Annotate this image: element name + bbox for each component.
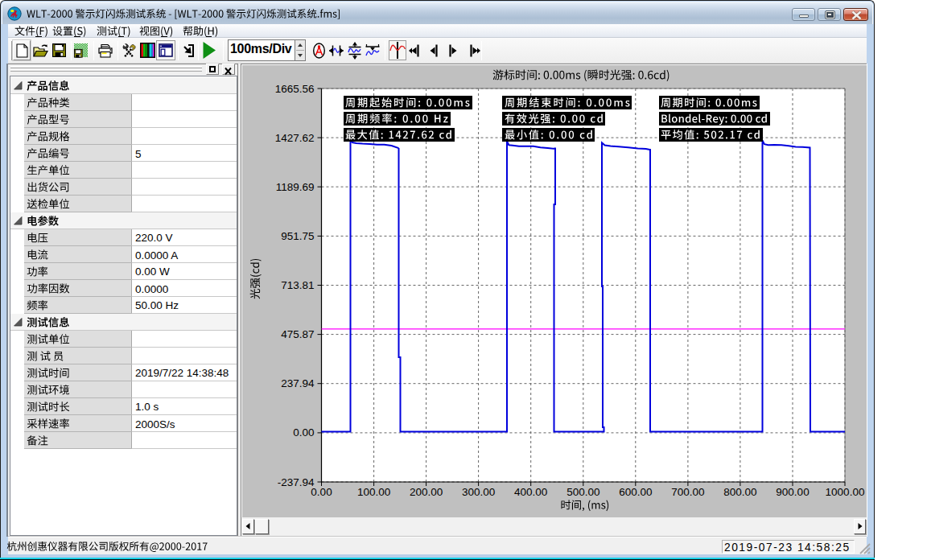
svg-text:475.87: 475.87 xyxy=(281,328,314,340)
svg-text:1427.62: 1427.62 xyxy=(275,132,315,144)
svg-text:237.94: 237.94 xyxy=(281,377,315,389)
svg-text:0.00: 0.00 xyxy=(293,426,314,439)
svg-text:-237.94: -237.94 xyxy=(278,476,315,488)
svg-text:900.00: 900.00 xyxy=(776,486,809,498)
svg-text:600.00: 600.00 xyxy=(619,486,652,498)
svg-text:800.00: 800.00 xyxy=(723,486,756,498)
svg-text:0.00: 0.00 xyxy=(311,486,332,498)
svg-text:1189.69: 1189.69 xyxy=(276,181,315,193)
svg-text:1000.00: 1000.00 xyxy=(826,486,865,498)
svg-text:200.00: 200.00 xyxy=(410,486,443,498)
svg-text:713.81: 713.81 xyxy=(281,279,314,291)
svg-text:1665.56: 1665.56 xyxy=(275,83,315,95)
svg-text:951.75: 951.75 xyxy=(281,230,314,242)
svg-text:700.00: 700.00 xyxy=(671,486,704,498)
svg-text:400.00: 400.00 xyxy=(514,486,547,498)
svg-text:300.00: 300.00 xyxy=(462,486,495,498)
svg-text:100.00: 100.00 xyxy=(357,486,390,498)
